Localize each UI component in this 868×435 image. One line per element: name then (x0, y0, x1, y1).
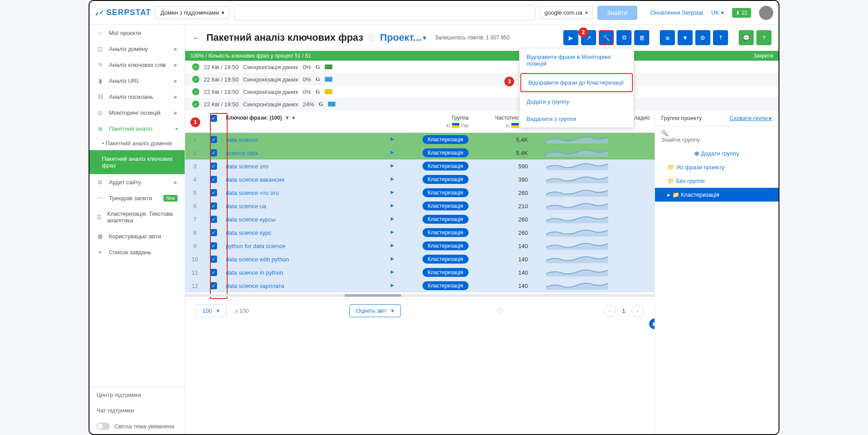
export-button[interactable]: ⤒ (713, 30, 728, 45)
rate-report-button[interactable]: Оцініть звіт▾ (349, 304, 401, 317)
group-chip[interactable]: Кластеризація (422, 241, 469, 250)
copy-button[interactable]: ⧉ (616, 30, 632, 45)
dd-remove-from-group[interactable]: Видалити з группи (519, 110, 634, 128)
keyword-link[interactable]: data science курсы (226, 216, 275, 223)
keyword-link[interactable]: data science вакансии (226, 176, 284, 183)
group-search-input[interactable] (661, 136, 772, 143)
per-page-selector[interactable]: 100▾ (196, 304, 226, 317)
expand-icon[interactable]: ▶ (391, 203, 394, 208)
keyword-link[interactable]: data science что это (226, 190, 279, 196)
close-progress[interactable]: Закрити (753, 53, 773, 59)
expand-icon[interactable]: ▶ (391, 229, 394, 234)
keyword-link[interactable]: science data (226, 150, 258, 156)
group-chip[interactable]: Кластеризація (422, 268, 469, 277)
expand-icon[interactable]: ▶ (391, 256, 394, 261)
sidebar-sub-batch-keywords[interactable]: Пакетний аналіз ключових фраз (89, 150, 185, 174)
download-badge[interactable]: ⬇ 21 (732, 8, 751, 18)
group-chip[interactable]: Кластеризація (422, 228, 469, 237)
info-icon[interactable]: i (497, 308, 503, 314)
expand-icon[interactable]: ▶ (391, 283, 394, 287)
columns-button[interactable]: ≣ (660, 30, 675, 45)
sidebar-item-projects[interactable]: ⌂Мої проєкти (89, 25, 185, 41)
info-icon[interactable]: i (368, 35, 375, 41)
updates-link[interactable]: Оновлення Serpstat (651, 9, 703, 16)
keyword-link[interactable]: data science это (226, 163, 268, 170)
dd-send-to-clustering[interactable]: Відправити фрази до Кластеризації (520, 73, 633, 92)
group-no-group[interactable]: 📁 Без группи (655, 174, 779, 188)
find-button[interactable]: Знайти (597, 6, 637, 20)
expand-icon[interactable]: ▶ (391, 216, 394, 221)
group-chip[interactable]: Кластеризація (422, 148, 469, 157)
sidebar-item-trends[interactable]: 〰Трендові запитиNew (89, 190, 185, 206)
dd-add-to-group[interactable]: Додати у группу (519, 93, 634, 110)
group-chip[interactable]: Кластеризація (422, 135, 469, 144)
group-chip[interactable]: Кластеризація (422, 202, 469, 210)
expand-icon[interactable]: ▶ (391, 243, 394, 248)
hide-groups-link[interactable]: Сховати групи ▸ (729, 115, 772, 121)
search-engine-selector[interactable]: google.com.ua ▾ (540, 6, 593, 19)
tools-button[interactable]: 🔧 (599, 30, 614, 45)
keyword-link[interactable]: data science зарплата (226, 283, 284, 289)
expand-icon[interactable]: ▶ (391, 150, 394, 155)
avatar[interactable] (759, 6, 773, 20)
logo[interactable]: SERPSTAT (95, 8, 151, 17)
sidebar-item-domain-analysis[interactable]: ◫Аналіз домену▶ (89, 41, 185, 57)
support-chat[interactable]: Чат підтримки (89, 403, 185, 418)
add-group-button[interactable]: ⊕ Додати группу (655, 147, 779, 160)
search-input[interactable] (234, 5, 535, 20)
table-row: 11 ✓ data science in python▶ Кластеризац… (185, 266, 655, 279)
sidebar-item-clustering[interactable]: ☰Кластеризація, Текстова аналітика (89, 206, 185, 228)
project-selector[interactable]: Проект... ▾ (380, 32, 426, 43)
sidebar-item-tasks[interactable]: ≡Список завдань (89, 244, 185, 260)
sidebar-item-keyword-analysis[interactable]: ✎Аналіз ключових слів▶ (89, 57, 185, 73)
group-chip[interactable]: Кластеризація (422, 215, 469, 224)
keyword-link[interactable]: data science in python (226, 269, 283, 276)
sidebar-item-audit[interactable]: ⚙Аудит сайту▶ (89, 174, 185, 190)
settings-button[interactable]: ⚙ (695, 30, 710, 45)
expand-icon[interactable]: ▶ (391, 269, 394, 274)
search-engine-label: google.com.ua (545, 9, 582, 16)
group-chip[interactable]: Кластеризація (422, 162, 469, 171)
group-chip[interactable]: Кластеризація (422, 255, 469, 264)
prev-page-button[interactable]: ‹ (604, 305, 616, 317)
filter-button[interactable]: ▼ (678, 30, 693, 45)
keyword-link[interactable]: python for data science (226, 243, 285, 249)
next-page-button[interactable]: › (632, 305, 644, 317)
support-center[interactable]: Центр підтримки (89, 387, 185, 403)
theme-toggle[interactable]: Світла тема увімкнена (89, 418, 185, 434)
group-clustering[interactable]: ▸ 📁 Кластеризація (655, 188, 779, 202)
domain-selector[interactable]: Домен з піддоменами ▾ (155, 6, 229, 19)
expand-icon[interactable]: ▶ (391, 163, 394, 168)
play-button[interactable]: ▶ (563, 30, 578, 45)
group-chip[interactable]: Кластеризація (422, 175, 469, 184)
group-search[interactable]: 🔍 (655, 126, 779, 147)
group-chip[interactable]: Кластеризація (422, 281, 469, 290)
back-arrow-icon[interactable]: ← (192, 33, 201, 43)
keyword-link[interactable]: data science ua (226, 203, 266, 210)
sidebar-item-backlinks[interactable]: ⛓Аналіз посилань▶ (89, 89, 185, 105)
sidebar-item-reports[interactable]: ▦Користувацькі звіти (89, 228, 185, 244)
sidebar-item-rank-tracking[interactable]: ◎Моніторинг позицій▶ (89, 105, 185, 120)
sidebar-item-label: Аналіз домену (109, 46, 148, 52)
sidebar-item-batch[interactable]: ≣Пакетний аналіз▾ (89, 120, 185, 136)
expand-icon[interactable]: ▶ (391, 190, 394, 194)
dd-send-to-monitoring[interactable]: Відправити фрази в Моніторинг позицій (519, 48, 634, 72)
filter-icon[interactable]: ▼ (284, 115, 290, 121)
keyword-link[interactable]: data science (226, 136, 258, 143)
chat-button[interactable]: 💬 (739, 30, 754, 45)
keyword-link[interactable]: data science курс (226, 229, 271, 236)
sidebar-sub-batch-domains[interactable]: • Пакетний аналіз доменів (89, 136, 185, 150)
delete-button[interactable]: 🗑 (634, 30, 649, 45)
sidebar-item-url-analysis[interactable]: ▮Аналіз URL▶ (89, 73, 185, 89)
help-button[interactable]: ? (756, 30, 771, 45)
scrollbar-horizontal[interactable] (185, 294, 655, 297)
group-chip[interactable]: Кластеризація (422, 188, 469, 197)
chart-icon: ◫ (97, 45, 104, 52)
chevron-down-icon[interactable]: ▾ (292, 115, 295, 121)
keyword-link[interactable]: data science with python (226, 256, 289, 263)
expand-icon[interactable]: ▶ (391, 176, 394, 181)
expand-panel-button[interactable]: ▶ (649, 318, 655, 329)
language-selector[interactable]: UK ▾ (711, 9, 724, 16)
expand-icon[interactable]: ▶ (391, 136, 394, 141)
group-all-phrases[interactable]: 📁 Усі фрази проекту (655, 160, 779, 174)
